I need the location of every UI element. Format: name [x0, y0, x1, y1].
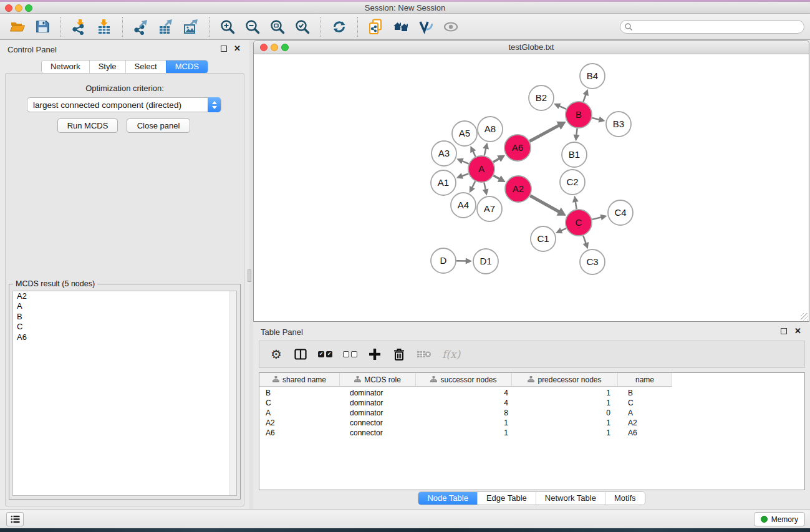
mcds-result-item[interactable]: C: [13, 322, 236, 332]
table-cell[interactable]: 1: [416, 418, 512, 428]
zoom-out-button[interactable]: [240, 16, 265, 38]
table-tab-motifs[interactable]: Motifs: [605, 492, 645, 505]
table-cell[interactable]: 1: [416, 428, 512, 438]
table-row[interactable]: Adominator80A: [259, 408, 804, 418]
graph-edge-C-C4[interactable]: [592, 217, 602, 220]
duplicate-network-button[interactable]: [364, 16, 388, 38]
tab-network[interactable]: Network: [42, 60, 89, 73]
table-cell[interactable]: A2: [259, 418, 340, 428]
table-settings-button[interactable]: ⚙: [269, 346, 283, 362]
table-cell[interactable]: dominator: [340, 398, 416, 408]
column-header-MCDS-role[interactable]: MCDS role: [340, 373, 416, 387]
table-tab-node-table[interactable]: Node Table: [418, 492, 477, 505]
import-network-button[interactable]: [67, 16, 92, 38]
column-header-shared-name[interactable]: shared name: [259, 373, 340, 387]
refresh-layout-button[interactable]: [327, 16, 352, 38]
optimization-criterion-select[interactable]: largest connected component (directed): [27, 97, 221, 112]
table-cell[interactable]: C: [259, 398, 340, 408]
export-table-button[interactable]: [153, 16, 178, 38]
search-input[interactable]: [620, 20, 804, 34]
tab-style[interactable]: Style: [89, 60, 125, 73]
table-cell[interactable]: B: [618, 388, 672, 398]
network-zoom-traffic-light[interactable]: [281, 44, 289, 51]
minimize-traffic-light[interactable]: [15, 4, 22, 12]
table-cell[interactable]: 4: [416, 388, 512, 398]
export-image-button[interactable]: [178, 16, 203, 38]
task-history-button[interactable]: [6, 512, 24, 526]
show-hide-graphics-button[interactable]: [438, 16, 463, 38]
table-cell[interactable]: 1: [512, 418, 618, 428]
graph-edge-B-B3[interactable]: [592, 118, 600, 120]
run-mcds-button[interactable]: Run MCDS: [57, 118, 118, 133]
home-button[interactable]: [388, 16, 413, 38]
table-cell[interactable]: A6: [259, 428, 340, 438]
table-cell[interactable]: 8: [416, 408, 512, 418]
mcds-result-item[interactable]: A2: [13, 291, 236, 301]
close-panel-button[interactable]: Close panel: [127, 118, 190, 133]
table-cell[interactable]: connector: [340, 428, 416, 438]
table-cell[interactable]: 1: [512, 388, 618, 398]
mcds-result-item[interactable]: A6: [13, 332, 236, 342]
graph-edge-C-C3[interactable]: [583, 236, 586, 244]
network-minimize-traffic-light[interactable]: [271, 44, 278, 51]
graph-edge-A2-C[interactable]: [530, 196, 560, 213]
table-float-panel-icon[interactable]: [781, 328, 787, 334]
delete-column-button[interactable]: [392, 346, 406, 362]
network-canvas[interactable]: AA1A2A3A4A5A6A7A8BB1B2B3B4CC1C2C3C4DD1: [254, 54, 809, 321]
table-cell[interactable]: A: [259, 408, 340, 418]
network-close-traffic-light[interactable]: [260, 44, 268, 51]
add-column-button[interactable]: [368, 346, 382, 362]
zoom-traffic-light[interactable]: [25, 4, 32, 12]
table-cell[interactable]: connector: [340, 418, 416, 428]
table-row[interactable]: Bdominator41B: [259, 388, 804, 398]
tab-select[interactable]: Select: [125, 60, 166, 73]
graph-edge-A6-B[interactable]: [529, 125, 559, 141]
table-cell[interactable]: dominator: [340, 408, 416, 418]
style-preview-button[interactable]: [413, 16, 438, 38]
mcds-result-item[interactable]: B: [13, 312, 236, 322]
table-cell[interactable]: 0: [512, 408, 618, 418]
table-cell[interactable]: 4: [416, 398, 512, 408]
table-cell[interactable]: 1: [512, 428, 618, 438]
table-close-panel-icon[interactable]: ✕: [794, 326, 801, 336]
float-panel-icon[interactable]: [221, 46, 227, 52]
memory-button[interactable]: Memory: [754, 512, 805, 526]
zoom-in-button[interactable]: [215, 16, 240, 38]
save-session-button[interactable]: [30, 16, 55, 38]
splitter-handle[interactable]: [248, 269, 251, 282]
zoom-selected-button[interactable]: [290, 16, 315, 38]
column-header-name[interactable]: name: [618, 373, 672, 387]
table-tab-network-table[interactable]: Network Table: [536, 492, 605, 505]
deselect-all-columns-button[interactable]: [343, 346, 357, 362]
close-traffic-light[interactable]: [5, 4, 12, 12]
table-cell[interactable]: A2: [618, 418, 672, 428]
result-list-scrollbar[interactable]: [229, 291, 236, 495]
delete-table-button[interactable]: [417, 346, 432, 362]
table-row[interactable]: A2connector11A2: [259, 418, 804, 428]
table-cell[interactable]: A6: [618, 428, 672, 438]
column-header-successor-nodes[interactable]: successor nodes: [416, 373, 512, 387]
import-table-button[interactable]: [92, 16, 117, 38]
table-cell[interactable]: B: [259, 388, 340, 398]
table-cell[interactable]: dominator: [340, 388, 416, 398]
graph-edge-C-C2[interactable]: [576, 201, 577, 209]
table-tab-edge-table[interactable]: Edge Table: [477, 492, 536, 505]
graph-edge-B-B4[interactable]: [583, 94, 586, 102]
table-cell[interactable]: 1: [512, 398, 618, 408]
table-row[interactable]: Cdominator41C: [259, 398, 804, 408]
table-cell[interactable]: A: [618, 408, 672, 418]
network-window-titlebar[interactable]: testGlobe.txt: [254, 41, 809, 54]
tab-mcds[interactable]: MCDS: [166, 60, 208, 73]
select-all-columns-button[interactable]: ✔ ✔: [318, 346, 332, 362]
open-session-button[interactable]: [5, 16, 30, 38]
window-resize-handle[interactable]: [801, 313, 808, 321]
split-view-button[interactable]: [294, 346, 307, 362]
graph-edge-B-B2[interactable]: [559, 105, 566, 109]
column-header-predecessor-nodes[interactable]: predecessor nodes: [512, 373, 618, 387]
close-panel-icon[interactable]: ✕: [234, 44, 241, 53]
table-cell[interactable]: C: [618, 398, 672, 408]
table-row[interactable]: A6connector11A6: [259, 428, 804, 438]
mcds-result-item[interactable]: A: [13, 301, 236, 311]
zoom-fit-button[interactable]: [265, 16, 290, 38]
export-network-button[interactable]: [128, 16, 153, 38]
